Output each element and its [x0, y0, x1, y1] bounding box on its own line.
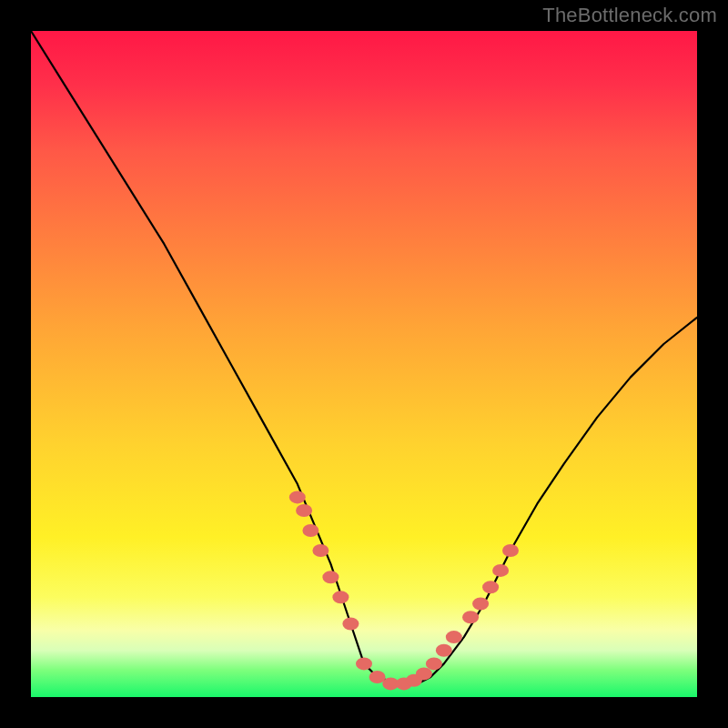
- bottleneck-curve: [31, 31, 697, 683]
- highlight-dot: [492, 564, 509, 577]
- highlight-dot: [356, 657, 372, 670]
- highlight-dot: [426, 657, 442, 670]
- plot-area: [31, 31, 697, 697]
- highlight-dot: [312, 544, 329, 557]
- highlight-dot: [472, 598, 489, 611]
- highlight-dot: [322, 571, 339, 583]
- highlight-dot: [416, 667, 432, 680]
- highlight-dot: [342, 618, 359, 631]
- trough-dots: [289, 490, 519, 690]
- highlight-dot: [462, 611, 479, 623]
- attribution-text: TheBottleneck.com: [542, 4, 717, 27]
- chart-svg: [31, 31, 697, 697]
- chart-frame: TheBottleneck.com: [0, 0, 728, 728]
- highlight-dot: [502, 544, 519, 557]
- highlight-dot: [289, 490, 306, 503]
- highlight-dot: [296, 504, 312, 517]
- highlight-dot: [482, 581, 499, 593]
- highlight-dot: [332, 591, 349, 603]
- highlight-dot: [436, 644, 452, 657]
- curve-path: [31, 31, 697, 683]
- highlight-dot: [446, 631, 462, 643]
- highlight-dot: [302, 524, 318, 537]
